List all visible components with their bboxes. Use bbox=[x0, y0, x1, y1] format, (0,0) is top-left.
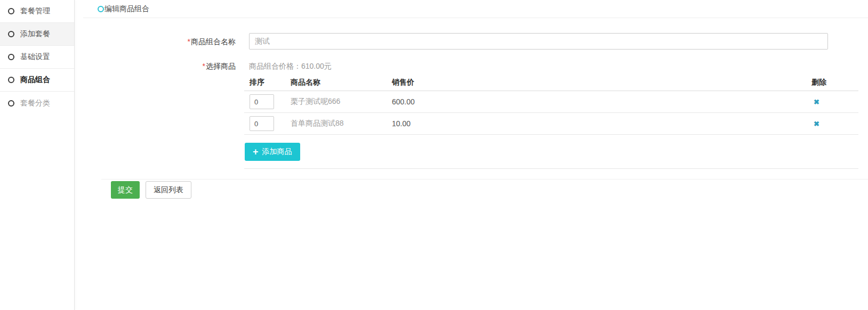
sidebar-item-package-manage[interactable]: 套餐管理 bbox=[0, 0, 74, 23]
product-name: 栗子测试呢666 bbox=[291, 97, 392, 107]
title-circle-icon bbox=[98, 6, 104, 12]
circle-icon bbox=[8, 31, 14, 37]
products-table: 排序 商品名称 销售价 删除 栗子测试呢666 600.00 ✖ 首单商品测试8… bbox=[244, 75, 858, 169]
header-product-name: 商品名称 bbox=[291, 78, 392, 87]
header-delete: 删除 bbox=[811, 78, 858, 87]
page-title: 编辑商品组合 bbox=[98, 4, 149, 14]
delete-row-button[interactable]: ✖ bbox=[814, 99, 819, 105]
back-to-list-button[interactable]: 返回列表 bbox=[146, 181, 191, 199]
page: 套餐管理 添加套餐 基础设置 商品组合 套餐分类 编辑商品组合 *商品组合名称 … bbox=[0, 0, 868, 310]
combo-name-label: *商品组合名称 bbox=[83, 37, 236, 47]
plus-icon: + bbox=[253, 147, 259, 157]
header-sale-price: 销售价 bbox=[392, 78, 811, 87]
required-asterisk: * bbox=[203, 62, 205, 70]
sidebar-item-label: 商品组合 bbox=[20, 75, 50, 85]
sort-input[interactable] bbox=[250, 94, 274, 109]
combo-price-value: 610.00元 bbox=[301, 62, 332, 70]
submit-button[interactable]: 提交 bbox=[111, 181, 140, 199]
sidebar: 套餐管理 添加套餐 基础设置 商品组合 套餐分类 bbox=[0, 0, 75, 310]
table-header-row: 排序 商品名称 销售价 删除 bbox=[244, 75, 858, 91]
add-product-button[interactable]: + 添加商品 bbox=[245, 143, 300, 161]
combo-name-input[interactable] bbox=[249, 33, 828, 50]
actions-divider bbox=[101, 179, 868, 180]
sale-price: 600.00 bbox=[392, 97, 811, 106]
circle-icon bbox=[8, 8, 14, 14]
combo-price-label: 商品组合价格： bbox=[249, 62, 301, 70]
combo-name-label-text: 商品组合名称 bbox=[191, 37, 236, 46]
sidebar-item-label: 套餐管理 bbox=[20, 6, 50, 16]
delete-x-icon: ✖ bbox=[814, 98, 819, 106]
sort-input[interactable] bbox=[250, 116, 274, 131]
required-asterisk: * bbox=[188, 37, 190, 46]
header-sort: 排序 bbox=[244, 78, 291, 87]
delete-x-icon: ✖ bbox=[814, 120, 819, 128]
table-row: 首单商品测试88 10.00 ✖ bbox=[244, 113, 858, 135]
circle-icon bbox=[8, 77, 14, 83]
sidebar-item-add-package[interactable]: 添加套餐 bbox=[0, 23, 74, 46]
sidebar-item-basic-settings[interactable]: 基础设置 bbox=[0, 46, 74, 69]
select-products-label-text: 选择商品 bbox=[206, 62, 236, 70]
delete-row-button[interactable]: ✖ bbox=[814, 120, 819, 127]
product-name: 首单商品测试88 bbox=[291, 119, 392, 128]
combo-price-line: 商品组合价格：610.00元 bbox=[249, 62, 332, 71]
sidebar-item-product-combo[interactable]: 商品组合 bbox=[0, 69, 74, 92]
add-product-label: 添加商品 bbox=[262, 147, 292, 157]
circle-icon bbox=[8, 100, 14, 107]
header-divider bbox=[83, 18, 868, 18]
sidebar-item-label: 套餐分类 bbox=[20, 99, 50, 108]
sale-price: 10.00 bbox=[392, 119, 811, 128]
select-products-label: *选择商品 bbox=[83, 62, 236, 71]
sidebar-item-label: 基础设置 bbox=[20, 52, 50, 62]
sidebar-item-package-category[interactable]: 套餐分类 bbox=[0, 92, 74, 115]
circle-icon bbox=[8, 54, 14, 60]
page-title-text: 编辑商品组合 bbox=[105, 4, 149, 14]
table-row: 栗子测试呢666 600.00 ✖ bbox=[244, 91, 858, 113]
sidebar-item-label: 添加套餐 bbox=[20, 29, 50, 39]
